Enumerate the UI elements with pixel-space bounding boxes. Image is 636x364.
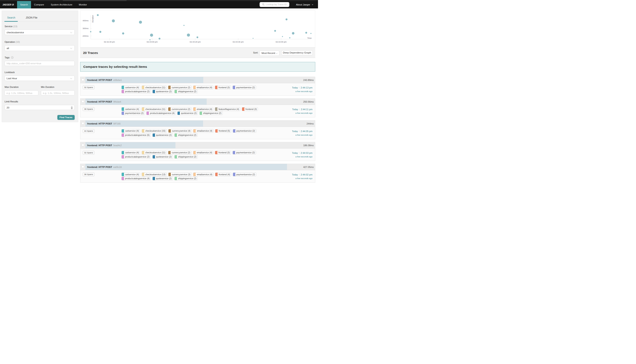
- svg-text:200ms: 200ms: [83, 35, 89, 37]
- svg-text:?: ?: [12, 56, 13, 58]
- svg-text:300ms: 300ms: [83, 27, 89, 30]
- svg-text:02:43:40 pm: 02:43:40 pm: [233, 41, 244, 43]
- svg-text:400ms: 400ms: [83, 20, 89, 22]
- svg-text:02:44:00 pm: 02:44:00 pm: [276, 41, 286, 43]
- svg-text:02:43:20 pm: 02:43:20 pm: [190, 41, 201, 43]
- svg-text:02:42:40 pm: 02:42:40 pm: [104, 41, 115, 43]
- svg-text:Duration: Duration: [92, 15, 94, 22]
- svg-text:02:43:00 pm: 02:43:00 pm: [147, 41, 158, 43]
- svg-text:Time: Time: [307, 37, 312, 39]
